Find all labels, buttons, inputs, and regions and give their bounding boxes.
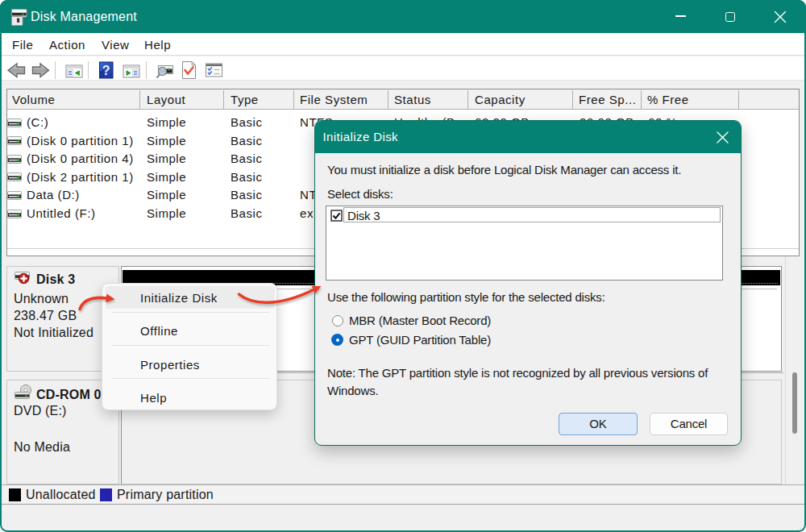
svg-text:?: ?	[102, 64, 110, 77]
